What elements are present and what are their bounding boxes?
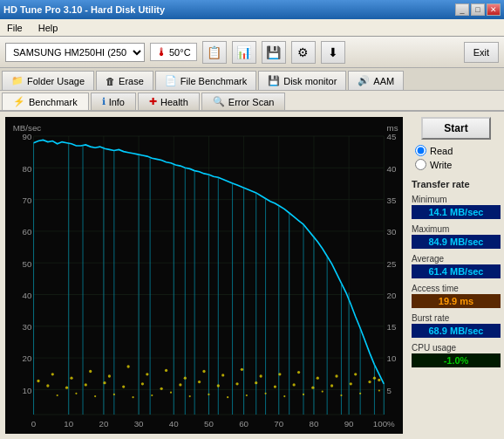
average-value: 61.4 MB/sec (412, 264, 501, 278)
svg-point-103 (141, 382, 144, 385)
svg-text:90: 90 (23, 132, 32, 141)
svg-point-83 (108, 374, 111, 377)
exit-button[interactable]: Exit (464, 42, 499, 63)
svg-text:60: 60 (23, 227, 32, 237)
svg-text:70: 70 (23, 195, 32, 205)
svg-text:80: 80 (23, 164, 32, 174)
svg-text:30: 30 (134, 419, 144, 429)
read-radio-label[interactable]: Read (415, 145, 501, 156)
svg-point-97 (373, 377, 376, 380)
svg-point-109 (255, 381, 257, 384)
svg-text:ms: ms (387, 123, 398, 133)
svg-point-131 (322, 391, 324, 393)
maximum-stat: Maximum 84.9 MB/sec (412, 224, 501, 249)
tab-health[interactable]: ✚ Health (138, 93, 200, 110)
average-label: Average (412, 254, 501, 264)
write-radio[interactable] (415, 159, 426, 170)
access-time-stat: Access time 19.9 ms (412, 284, 501, 308)
svg-text:100%: 100% (373, 419, 395, 429)
svg-point-84 (127, 365, 130, 367)
svg-point-100 (85, 383, 87, 386)
svg-text:15: 15 (387, 322, 397, 332)
svg-text:25: 25 (387, 259, 397, 269)
svg-text:10: 10 (387, 353, 397, 363)
svg-point-117 (57, 394, 58, 396)
svg-text:45: 45 (387, 132, 397, 141)
svg-point-134 (378, 389, 380, 391)
svg-point-105 (179, 383, 181, 386)
svg-point-85 (146, 373, 148, 375)
write-radio-label[interactable]: Write (415, 159, 501, 170)
minimize-button[interactable]: _ (455, 3, 469, 16)
svg-point-89 (221, 374, 224, 376)
svg-text:40: 40 (169, 419, 179, 429)
window-title: HD Tune Pro 3.10 - Hard Disk Utility (3, 4, 165, 15)
svg-point-99 (65, 387, 68, 389)
svg-text:MB/sec: MB/sec (13, 123, 42, 133)
menu-help[interactable]: Help (35, 21, 62, 35)
svg-point-124 (189, 395, 191, 397)
svg-point-132 (340, 394, 342, 396)
tab-file-benchmark[interactable]: 📄 File Benchmark (155, 71, 256, 90)
svg-point-106 (198, 381, 201, 383)
svg-point-102 (122, 385, 125, 388)
close-button[interactable]: ✕ (487, 3, 501, 16)
svg-text:30: 30 (387, 227, 397, 237)
svg-point-110 (274, 385, 276, 388)
menu-bar: File Help (0, 19, 504, 37)
svg-point-128 (264, 393, 266, 394)
read-radio[interactable] (415, 145, 426, 156)
svg-point-118 (75, 393, 77, 394)
info-icon: ℹ (102, 96, 106, 107)
tab-error-scan[interactable]: 🔍 Error Scan (201, 93, 286, 110)
svg-point-90 (241, 368, 243, 371)
burst-rate-label: Burst rate (412, 313, 501, 323)
svg-point-125 (208, 394, 209, 395)
svg-point-133 (359, 393, 361, 394)
start-button[interactable]: Start (421, 117, 491, 140)
tab-folder-usage[interactable]: 📁 Folder Usage (2, 71, 94, 90)
svg-point-107 (217, 384, 220, 387)
transfer-rate-section: Transfer rate (412, 179, 501, 189)
svg-text:80: 80 (310, 419, 319, 429)
toolbar-btn-1[interactable]: 📋 (202, 41, 227, 64)
svg-point-126 (227, 396, 228, 398)
window-controls: _ □ ✕ (455, 3, 501, 16)
minimum-label: Minimum (412, 195, 501, 204)
tab-benchmark[interactable]: ⚡ Benchmark (2, 93, 89, 110)
toolbar-btn-2[interactable]: 📊 (232, 41, 256, 64)
speaker-icon: 🔊 (358, 75, 370, 86)
svg-point-80 (51, 373, 54, 375)
minimum-value: 14.1 MB/sec (412, 205, 501, 219)
menu-file[interactable]: File (3, 21, 26, 35)
svg-point-93 (297, 371, 300, 374)
maximize-button[interactable]: □ (471, 3, 485, 16)
tabs-row1: 📁 Folder Usage 🗑 Erase 📄 File Benchmark … (0, 68, 504, 91)
svg-point-98 (46, 384, 49, 387)
search-icon: 🔍 (213, 96, 225, 107)
svg-point-111 (293, 383, 296, 386)
svg-point-94 (317, 377, 319, 380)
svg-point-112 (311, 387, 314, 389)
temperature-value: 50°C (169, 47, 191, 58)
main-content: 90 80 70 60 50 40 30 20 10 MB/sec 45 40 … (0, 112, 504, 439)
svg-text:50: 50 (204, 419, 214, 429)
toolbar-btn-3[interactable]: 💾 (262, 41, 286, 64)
tab-disk-monitor[interactable]: 💾 Disk monitor (258, 71, 346, 90)
chart-area: 90 80 70 60 50 40 30 20 10 MB/sec 45 40 … (5, 117, 403, 434)
svg-point-95 (335, 374, 337, 377)
tab-info[interactable]: ℹ Info (91, 93, 136, 110)
svg-point-91 (260, 374, 262, 377)
tab-aam[interactable]: 🔊 AAM (348, 71, 404, 90)
drive-selector[interactable]: SAMSUNG HM250HI (250 GB) (5, 43, 145, 62)
svg-text:0: 0 (31, 419, 37, 429)
erase-icon: 🗑 (106, 76, 115, 86)
tab-erase[interactable]: 🗑 Erase (96, 71, 153, 90)
svg-rect-0 (5, 117, 403, 434)
toolbar-btn-5[interactable]: ⬇ (321, 41, 345, 64)
cpu-usage-value: -1.0% (412, 353, 501, 367)
mode-radio-group: Read Write (412, 145, 501, 170)
toolbar-btn-4[interactable]: ⚙ (291, 41, 316, 64)
thermometer-icon: 🌡 (156, 45, 167, 58)
svg-point-116 (378, 379, 380, 381)
